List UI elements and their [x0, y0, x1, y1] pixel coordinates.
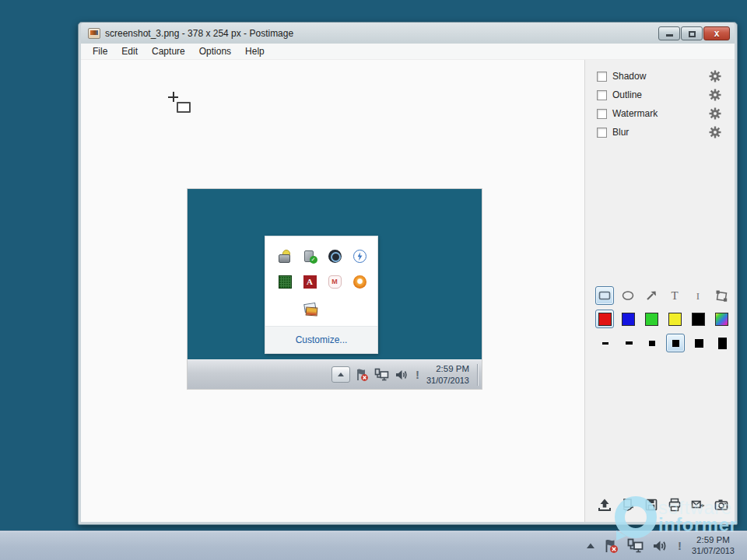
lightning-app-icon: [353, 250, 366, 263]
captured-warning-icon: !: [414, 368, 421, 381]
menu-help[interactable]: Help: [238, 44, 272, 58]
outline-label: Outline: [612, 89, 709, 100]
captured-time: 2:59 PM: [426, 363, 469, 375]
shadow-label: Shadow: [612, 71, 709, 82]
thickness-4[interactable]: [666, 334, 685, 352]
thickness-6[interactable]: [713, 334, 731, 352]
camera-icon: [714, 497, 729, 513]
captured-network-icon: [374, 368, 389, 381]
watermark-label: Watermark: [612, 108, 709, 119]
captured-clock: 2:59 PM 31/07/2013: [426, 363, 472, 386]
captured-screenshot[interactable]: Customize...: [188, 189, 482, 389]
adobe-icon: [303, 275, 317, 289]
editing-canvas[interactable]: Customize...: [81, 60, 584, 522]
outline-settings-gear-icon[interactable]: [709, 89, 721, 101]
menu-edit[interactable]: Edit: [114, 44, 145, 58]
effects-sidebar: Shadow Outline: [584, 60, 735, 522]
tool-cursor[interactable]: I: [689, 286, 707, 305]
effect-row-shadow: Shadow: [585, 68, 735, 85]
email-button[interactable]: [689, 495, 707, 514]
warning-tray-icon[interactable]: !: [676, 539, 683, 552]
color-blue[interactable]: [619, 310, 637, 328]
network-icon[interactable]: [627, 538, 644, 553]
window-title: screenshot_3.png - 378 x 254 px - Postim…: [105, 28, 658, 39]
color-green[interactable]: [642, 310, 661, 328]
color-rainbow[interactable]: [712, 310, 731, 328]
svg-text:I: I: [696, 290, 700, 302]
customize-link: Customize...: [296, 334, 348, 345]
menu-capture[interactable]: Capture: [145, 44, 192, 58]
effect-row-outline: Outline: [585, 86, 735, 103]
menu-options[interactable]: Options: [192, 44, 238, 58]
effect-row-watermark: Watermark: [585, 105, 735, 122]
close-button[interactable]: x: [703, 26, 730, 40]
outline-checkbox[interactable]: [597, 90, 607, 100]
app-image-icon: [88, 28, 100, 39]
thickness-5[interactable]: [689, 334, 708, 352]
captured-taskbar: ! 2:59 PM 31/07/2013: [188, 359, 482, 389]
minimize-icon: [666, 34, 673, 37]
upload-icon: [597, 497, 612, 513]
postimage-camera-icon: [279, 250, 292, 263]
save-icon: [644, 497, 659, 513]
quicktime-icon: [328, 250, 342, 263]
print-button[interactable]: [665, 495, 684, 514]
tool-rectangle[interactable]: [595, 286, 614, 305]
rectangle-tool-cursor-icon: [177, 102, 191, 113]
print-icon: [667, 497, 682, 513]
captured-show-desktop-divider: [477, 364, 478, 386]
system-date: 31/07/2013: [692, 546, 735, 557]
copy-icon: [620, 497, 636, 513]
captured-action-center-flag-icon: [356, 368, 369, 382]
effect-row-blur: Blur: [585, 124, 735, 141]
upload-button[interactable]: [595, 495, 614, 514]
action-center-flag-icon[interactable]: [604, 538, 619, 554]
capture-button[interactable]: [712, 495, 731, 514]
crosshair-cursor-icon: [168, 92, 178, 102]
show-hidden-icons-chevron-icon[interactable]: [586, 543, 595, 549]
volume-icon[interactable]: [652, 539, 668, 553]
captured-date: 31/07/2013: [426, 375, 469, 386]
thickness-3[interactable]: [643, 334, 661, 352]
color-red[interactable]: [595, 310, 614, 328]
color-yellow[interactable]: [665, 310, 684, 328]
photo-cards-app-icon: [303, 302, 317, 315]
tray-overflow-popup: Customize...: [265, 236, 378, 354]
shadow-checkbox[interactable]: [597, 72, 607, 82]
blur-checkbox[interactable]: [597, 128, 607, 138]
watermark-settings-gear-icon[interactable]: [709, 107, 721, 120]
system-clock[interactable]: 2:59 PM 31/07/2013: [692, 534, 735, 556]
postimage-window: screenshot_3.png - 378 x 254 px - Postim…: [78, 22, 738, 525]
watermark-checkbox[interactable]: [597, 109, 607, 119]
maximize-button[interactable]: [681, 26, 703, 40]
menu-file[interactable]: File: [86, 44, 114, 58]
color-black[interactable]: [689, 310, 707, 328]
title-bar[interactable]: screenshot_3.png - 378 x 254 px - Postim…: [81, 23, 735, 44]
maximize-icon: [689, 31, 696, 37]
blur-label: Blur: [612, 127, 709, 138]
captured-volume-icon: [395, 369, 409, 381]
thickness-2[interactable]: [619, 334, 638, 352]
orange-ring-app-icon: [353, 275, 366, 289]
copy-button[interactable]: [619, 495, 637, 514]
menu-bar: File Edit Capture Options Help: [81, 44, 735, 60]
gmail-notifier-icon: [328, 275, 342, 289]
minimize-button[interactable]: [658, 26, 680, 40]
green-grid-app-icon: [279, 275, 292, 289]
save-button[interactable]: [642, 495, 661, 514]
desktop-background: screenshot_3.png - 378 x 254 px - Postim…: [0, 0, 747, 560]
email-icon: [690, 497, 706, 513]
thickness-1[interactable]: [596, 334, 615, 352]
system-taskbar[interactable]: ! 2:59 PM 31/07/2013: [0, 530, 747, 560]
tool-text[interactable]: T: [665, 286, 684, 305]
close-icon: x: [704, 27, 729, 40]
shadow-settings-gear-icon[interactable]: [709, 70, 721, 82]
captured-show-hidden-icons-button: [331, 366, 350, 383]
blur-settings-gear-icon[interactable]: [709, 126, 721, 138]
tool-crop[interactable]: [712, 286, 731, 305]
tool-ellipse[interactable]: [619, 286, 637, 305]
tool-arrow[interactable]: [642, 286, 661, 305]
system-time: 2:59 PM: [692, 534, 735, 545]
system-tray: ! 2:59 PM 31/07/2013: [586, 531, 735, 560]
usb-safely-remove-icon: [303, 250, 317, 263]
